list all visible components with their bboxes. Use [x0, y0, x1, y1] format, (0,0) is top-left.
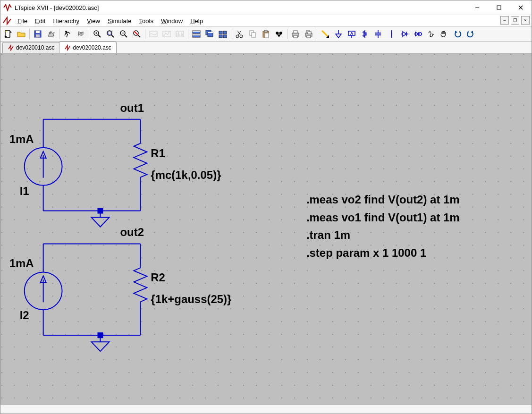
svg-rect-38 [223, 31, 227, 34]
resistor-button[interactable] [358, 27, 372, 41]
fft-button[interactable] [173, 27, 186, 41]
menu-file[interactable]: File [14, 17, 31, 25]
autorange-y-button[interactable] [160, 27, 173, 41]
tabbar: dev020010.asc dev020020.asc [0, 42, 532, 53]
directive-meas-vo2[interactable]: .meas vo2 find V(out2) at 1m [306, 193, 460, 206]
svg-marker-6 [10, 31, 12, 33]
menu-tools[interactable]: Tools [135, 17, 157, 25]
label-net-button[interactable]: A [345, 27, 358, 41]
mdi-restore-button[interactable]: ❐ [511, 16, 519, 25]
schematic-svg[interactable]: out1 [0, 53, 532, 405]
menu-help[interactable]: Help [186, 17, 207, 25]
svg-rect-49 [265, 33, 269, 38]
zoom-extents-button[interactable] [117, 27, 130, 41]
zoom-back-button[interactable] [104, 27, 117, 41]
menu-hierarchy[interactable]: Hierarchy [49, 17, 83, 25]
tab-label: dev020020.asc [73, 44, 111, 51]
svg-rect-55 [294, 35, 297, 38]
directive-tran[interactable]: .tran 1m [306, 228, 350, 241]
menu-edit[interactable]: Edit [31, 17, 49, 25]
i2-name[interactable]: I2 [20, 309, 29, 321]
svg-line-15 [98, 35, 101, 37]
svg-marker-76 [455, 31, 457, 34]
net-label-out2[interactable]: out2 [120, 226, 144, 238]
toolbar: A [0, 27, 532, 42]
paste-button[interactable] [259, 27, 272, 41]
maximize-button[interactable] [488, 0, 510, 15]
svg-rect-59 [307, 35, 311, 38]
svg-text:A: A [350, 31, 354, 36]
inductor-button[interactable] [385, 27, 398, 41]
run-button[interactable] [61, 27, 74, 41]
svg-rect-10 [36, 31, 40, 33]
svg-rect-46 [252, 33, 255, 37]
svg-rect-40 [223, 35, 227, 38]
halt-button[interactable] [74, 27, 87, 41]
menu-simulate[interactable]: Simulate [104, 17, 135, 25]
schematic-canvas[interactable]: out1 [0, 53, 532, 405]
i1-name[interactable]: I1 [20, 185, 29, 197]
svg-marker-72 [403, 32, 406, 36]
svg-rect-39 [219, 35, 222, 38]
copy-button[interactable] [246, 27, 259, 41]
i1-value[interactable]: 1mA [9, 133, 34, 145]
svg-rect-32 [193, 31, 200, 32]
cut-button[interactable] [233, 27, 246, 41]
svg-line-22 [125, 35, 127, 37]
tile-windows-button[interactable] [190, 27, 203, 41]
pick-visible-traces-button[interactable] [147, 27, 160, 41]
mdi-minimize-button[interactable]: – [500, 16, 509, 25]
mdi-close-button[interactable]: × [521, 16, 530, 25]
svg-marker-77 [471, 31, 473, 34]
svg-line-19 [111, 35, 114, 37]
svg-rect-80 [1, 53, 531, 405]
menu-view[interactable]: View [83, 17, 104, 25]
print-setup-button[interactable] [302, 27, 315, 41]
svg-rect-36 [208, 32, 213, 33]
svg-rect-48 [264, 30, 267, 32]
redo-button[interactable] [464, 27, 477, 41]
component-button[interactable] [411, 27, 424, 41]
save-button[interactable] [31, 27, 44, 41]
svg-rect-54 [294, 31, 297, 33]
app-window: LTspice XVII - [dev020020.asc] File Edit… [0, 0, 532, 414]
r2-value[interactable]: {1k+gauss(25)} [151, 293, 231, 305]
tab-dev020010[interactable]: dev020010.asc [2, 42, 59, 53]
svg-rect-11 [36, 34, 40, 37]
autorange-button[interactable] [130, 27, 144, 41]
cascade-windows-button[interactable] [203, 27, 216, 41]
diode-button[interactable] [398, 27, 411, 41]
drag-button[interactable] [438, 27, 451, 41]
titlebar: LTspice XVII - [dev020020.asc] [0, 0, 532, 15]
r2-name[interactable]: R2 [151, 271, 165, 284]
svg-line-26 [134, 31, 138, 35]
tab-dev020020[interactable]: dev020020.asc [59, 42, 116, 53]
menu-window[interactable]: Window [157, 17, 186, 25]
control-panel-button[interactable] [44, 27, 58, 41]
ground-button[interactable] [332, 27, 345, 41]
open-button[interactable] [15, 27, 28, 41]
r1-name[interactable]: R1 [151, 147, 165, 160]
minimize-button[interactable] [466, 0, 488, 15]
draw-wire-button[interactable] [319, 27, 332, 41]
print-button[interactable] [289, 27, 302, 41]
capacitor-button[interactable] [372, 27, 385, 41]
new-schematic-button[interactable] [1, 27, 15, 41]
svg-point-41 [236, 35, 239, 38]
ltspice-logo-icon [2, 16, 12, 25]
tab-label: dev020010.asc [16, 44, 54, 51]
net-label-out1[interactable]: out1 [120, 101, 144, 114]
svg-marker-63 [336, 34, 341, 38]
move-button[interactable] [424, 27, 438, 41]
directive-meas-vo1[interactable]: .meas vo1 find V(out1) at 1m [306, 211, 460, 224]
svg-line-25 [138, 35, 140, 37]
zoom-area-button[interactable] [91, 27, 104, 41]
undo-button[interactable] [451, 27, 464, 41]
directive-step[interactable]: .step param x 1 1000 1 [306, 246, 426, 259]
find-button[interactable] [272, 27, 286, 41]
i2-value[interactable]: 1mA [9, 257, 34, 270]
close-all-button[interactable] [216, 27, 229, 41]
r1-value[interactable]: {mc(1k,0.05)} [151, 169, 221, 181]
svg-rect-20 [108, 32, 111, 34]
close-button[interactable] [510, 0, 532, 15]
